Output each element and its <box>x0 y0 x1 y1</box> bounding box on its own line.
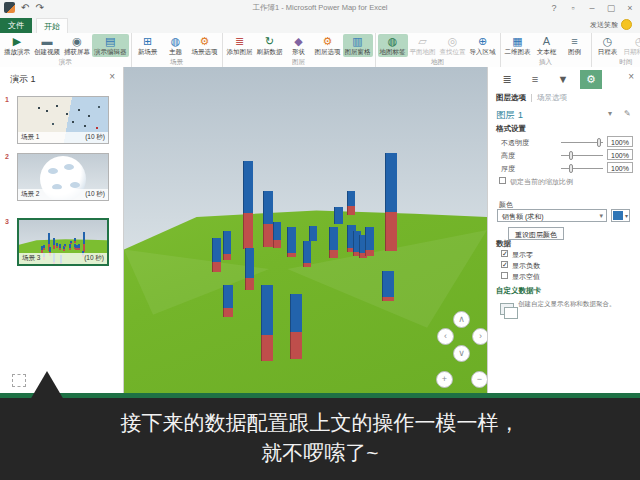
ribbon-button[interactable]: ▬创建视频 <box>32 34 62 57</box>
data-bar[interactable] <box>365 227 373 256</box>
slider-knob[interactable] <box>597 138 601 147</box>
slider-knob[interactable] <box>569 164 573 173</box>
slider-value-field[interactable]: 100% <box>607 136 633 147</box>
ribbon-button[interactable]: ◍主题 <box>162 34 190 57</box>
ribbon-button[interactable]: ⚙图层选项 <box>313 34 343 57</box>
minimize-button[interactable]: – <box>586 2 598 14</box>
ribbon-button[interactable]: ◍地图标签 <box>378 34 408 57</box>
data-bar[interactable] <box>245 248 253 290</box>
bar-red-segment <box>223 308 233 317</box>
data-bar[interactable] <box>329 227 337 258</box>
slider-track[interactable] <box>561 168 603 169</box>
option-tab-1[interactable]: 图层选项 <box>496 93 526 103</box>
tour-panel-close-icon[interactable]: × <box>109 71 115 82</box>
ribbon-button[interactable]: ⊞新场景 <box>134 34 162 57</box>
layer-rename-pencil-icon[interactable]: ✎ <box>624 109 631 118</box>
ribbon-button[interactable]: ▦二维图表 <box>503 34 533 57</box>
data-bar[interactable] <box>223 231 230 260</box>
ribbon-button[interactable]: ▥图层窗格 <box>343 34 373 57</box>
slider-track[interactable] <box>561 155 603 156</box>
add-scene-placeholder-icon[interactable] <box>12 374 26 387</box>
data-bar[interactable] <box>382 271 393 301</box>
color-field-dropdown[interactable]: 销售额 (求和) ▾ <box>497 209 607 222</box>
layer-title[interactable]: 图层 1 <box>496 109 523 122</box>
help-button[interactable]: ? <box>548 2 560 14</box>
lock-scale-checkbox[interactable] <box>499 177 506 184</box>
scene-thumbnail-3[interactable]: 场景 3(10 秒) <box>17 218 109 266</box>
bar-blue-segment <box>303 241 311 263</box>
slider-value-field[interactable]: 100% <box>607 162 633 173</box>
tab-file[interactable]: 文件 <box>0 18 32 33</box>
ribbon-button[interactable]: ≡图例 <box>561 34 589 57</box>
data-card-icon[interactable] <box>500 303 514 315</box>
ribbon-button[interactable]: ◷日程表 <box>594 34 622 57</box>
data-bar[interactable] <box>334 207 342 224</box>
ribbon-button[interactable]: ≣添加图层 <box>225 34 255 57</box>
zoom-out-button[interactable]: − <box>471 371 487 388</box>
ribbon-button[interactable]: ▱平面地图 <box>408 34 438 57</box>
data-bar[interactable] <box>309 226 316 241</box>
data-bar[interactable] <box>261 285 272 361</box>
layer-manager-tab[interactable]: ≣ <box>496 70 518 89</box>
checkbox-unchecked[interactable] <box>501 272 508 279</box>
checkbox-checked[interactable]: ✓ <box>501 250 508 257</box>
close-button[interactable]: × <box>624 2 636 14</box>
color-swatch-dropdown[interactable]: ▾ <box>611 209 630 222</box>
caption-pointer-triangle <box>30 371 64 400</box>
scene-thumbnail-2[interactable]: 场景 2(10 秒) <box>17 153 109 201</box>
scene-label: 场景 1 <box>21 133 39 142</box>
data-bar[interactable] <box>273 222 280 248</box>
send-a-smile[interactable]: 发送笑脸 <box>590 19 632 30</box>
settings-tab[interactable]: ⚙ <box>580 70 602 89</box>
scene-thumbnail-1[interactable]: 场景 1(10 秒) <box>17 96 109 144</box>
tilt-up-button[interactable]: ∧ <box>453 311 470 328</box>
data-bar[interactable] <box>303 241 310 267</box>
ribbon-button[interactable]: ◆形状 <box>285 34 313 57</box>
data-bar[interactable] <box>290 294 301 359</box>
map-labels-icon: ◍ <box>388 35 398 48</box>
tilt-down-button[interactable]: ∨ <box>453 345 470 362</box>
ribbon-button[interactable]: ↻刷新数据 <box>255 34 285 57</box>
field-list-tab[interactable]: ≡ <box>524 70 546 89</box>
ribbon-group-地图: ◍地图标签▱平面地图◎查找位置⊕导入区域地图 <box>376 33 501 67</box>
ribbon-button[interactable]: A文本框 <box>533 34 561 57</box>
data-bar[interactable] <box>287 227 295 257</box>
ribbon-tab-row: 文件 开始 <box>0 18 640 33</box>
slider-track[interactable] <box>561 142 603 143</box>
ribbon-button[interactable]: ⚙场景选项 <box>190 34 220 57</box>
rotate-left-button[interactable]: ‹ <box>437 328 454 345</box>
lock-scale-row[interactable]: 锁定当前的缩放比例 <box>488 177 640 187</box>
checkbox-label: 显示负数 <box>512 261 540 271</box>
rotate-right-button[interactable]: › <box>472 328 487 345</box>
ribbon-display-options-button[interactable]: ▫ <box>567 2 579 14</box>
bar-red-segment <box>245 278 254 290</box>
ribbon-button[interactable]: ◎查找位置 <box>438 34 468 57</box>
layer-dropdown-caret-icon[interactable]: ▾ <box>608 109 612 118</box>
data-bar[interactable] <box>212 238 220 272</box>
ribbon-button[interactable]: ▤演示编辑器 <box>92 34 129 57</box>
tab-home[interactable]: 开始 <box>36 18 68 33</box>
ribbon-button[interactable]: ◴日期和时间 <box>622 34 640 57</box>
data-bar[interactable] <box>385 153 396 251</box>
data-bar[interactable] <box>243 161 252 249</box>
data-bar[interactable] <box>263 191 272 247</box>
slider-knob[interactable] <box>569 151 573 160</box>
layer-panel-close-icon[interactable]: × <box>628 71 634 82</box>
shapes-icon: ◆ <box>294 35 302 48</box>
zoom-in-button[interactable]: + <box>436 371 453 388</box>
ribbon-button[interactable]: ▶播放演示 <box>2 34 32 57</box>
bar-red-segment <box>290 332 302 359</box>
restore-button[interactable]: ▢ <box>605 2 617 14</box>
data-bar[interactable] <box>347 191 354 215</box>
slider-value-field[interactable]: 100% <box>607 149 633 160</box>
ribbon-button[interactable]: ◉捕获屏幕 <box>62 34 92 57</box>
data-bar[interactable] <box>223 285 232 317</box>
map-viewport[interactable]: ∧‹›∨+− <box>124 67 487 393</box>
option-tab-2[interactable]: 场景选项 <box>537 93 567 103</box>
reset-layer-colors-button[interactable]: 重设图层颜色 <box>508 227 564 240</box>
checkbox-checked[interactable]: ✓ <box>501 261 508 268</box>
color-field-value: 销售额 (求和) <box>502 212 544 222</box>
scene-map-markers <box>38 107 40 109</box>
ribbon-button[interactable]: ⊕导入区域 <box>468 34 498 57</box>
filters-tab[interactable]: ▼ <box>552 70 574 89</box>
